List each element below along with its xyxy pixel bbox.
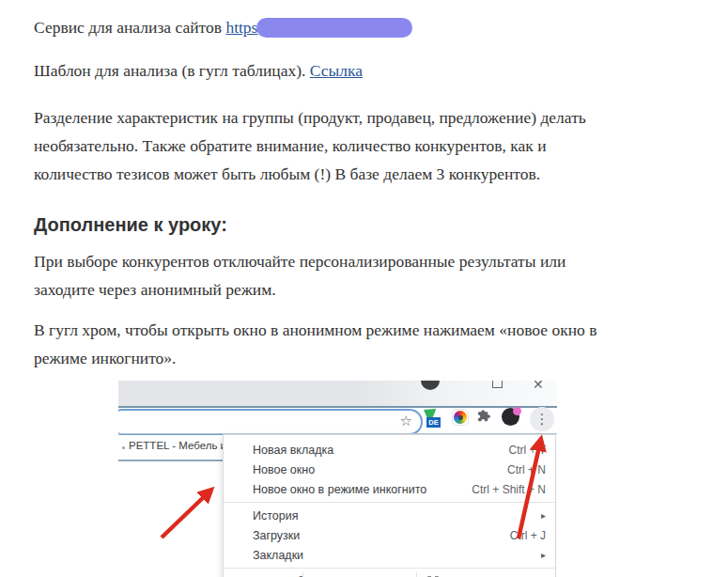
- toolbar-divider: [118, 406, 557, 408]
- chrome-dropdown-menu: Новая вкладка Ctrl + T Новое окно Ctrl +…: [223, 434, 556, 577]
- section-heading: Дополнение к уроку:: [34, 214, 227, 236]
- service-line: Сервис для анализа сайтов https: [34, 15, 412, 39]
- close-window-icon[interactable]: ✕: [533, 381, 544, 392]
- menu-item-shortcut: Ctrl + J: [510, 529, 546, 542]
- menu-item-label: Новое окно: [253, 463, 315, 476]
- paragraph-line: Разделение характеристик на группы (прод…: [34, 103, 586, 132]
- menu-item-new-tab[interactable]: Новая вкладка Ctrl + T: [224, 440, 555, 460]
- menu-separator: [224, 502, 555, 503]
- chrome-menu-button[interactable]: ⋮: [530, 407, 554, 431]
- service-url-link[interactable]: https: [225, 18, 257, 37]
- paragraph-line: количество тезисов может быть любым (!) …: [34, 160, 586, 188]
- menu-item-bookmarks[interactable]: Закладки ▸: [224, 545, 555, 565]
- colorwheel-center: [458, 415, 463, 420]
- redaction-pill: [256, 18, 412, 38]
- paragraph-line: режиме инкогнито».: [34, 344, 596, 372]
- browser-frame-strip: [118, 381, 557, 406]
- submenu-arrow-icon: ▸: [541, 510, 546, 521]
- menu-item-downloads[interactable]: Загрузки Ctrl + J: [224, 525, 555, 545]
- menu-item-shortcut: Ctrl + N: [507, 463, 546, 476]
- extensions-puzzle-icon[interactable]: [476, 409, 491, 428]
- menu-item-zoom: Масштаб − 100 % +: [224, 571, 555, 577]
- menu-item-label: Закладки: [253, 549, 303, 562]
- embedded-screenshot: ✕ ☆ DE ⋮ PETTEL - Мебель и..: [118, 381, 557, 577]
- menu-item-label: Загрузки: [253, 529, 300, 542]
- template-line-text: Шаблон для анализа (в гугл таблицах).: [34, 61, 310, 80]
- paragraph-line: В гугл хром, чтобы открыть окно в аноним…: [34, 316, 596, 344]
- template-link[interactable]: Ссылка: [310, 61, 363, 80]
- paragraph-line: необязательно. Также обратите внимание, …: [34, 132, 586, 160]
- menu-item-label: История: [253, 509, 298, 522]
- three-dots-icon: ⋮: [530, 407, 554, 431]
- submenu-arrow-icon: ▸: [541, 550, 546, 560]
- menu-item-new-window[interactable]: Новое окно Ctrl + N: [224, 460, 555, 479]
- service-line-text: Сервис для анализа сайтов: [34, 18, 225, 37]
- paragraph-incognito-advice: При выборе конкурентов отключайте персон…: [34, 247, 565, 304]
- de-badge: DE: [426, 417, 441, 428]
- paragraph-chrome-howto: В гугл хром, чтобы открыть окно в аноним…: [34, 316, 596, 372]
- menu-item-label: Новое окно в режиме инкогнито: [253, 483, 426, 496]
- menu-separator: [224, 568, 555, 569]
- address-bar[interactable]: ☆: [118, 409, 423, 435]
- menu-item-label: Новая вкладка: [253, 444, 333, 457]
- bookmarks-bar-border: [118, 460, 223, 461]
- menu-item-shortcut: Ctrl + T: [509, 444, 546, 457]
- extension-colorwheel-icon[interactable]: [453, 410, 468, 425]
- template-line: Шаблон для анализа (в гугл таблицах). Сс…: [34, 58, 363, 83]
- restore-window-icon[interactable]: [492, 381, 503, 388]
- bookmark-favicon-dot: [122, 446, 125, 449]
- paragraph-groups: Разделение характеристик на группы (прод…: [34, 103, 586, 188]
- menu-item-new-incognito-window[interactable]: Новое окно в режиме инкогнито Ctrl + Shi…: [224, 479, 555, 499]
- menu-item-shortcut: Ctrl + Shift + N: [472, 483, 546, 496]
- lesson-document-page: Сервис для анализа сайтов https Шаблон д…: [0, 0, 728, 577]
- profile-avatar[interactable]: [502, 408, 519, 426]
- avatar-status-badge: [513, 407, 521, 415]
- paragraph-line: заходите через анонимный режим.: [34, 275, 565, 304]
- extension-de-icon[interactable]: DE: [424, 409, 440, 423]
- bookmark-item[interactable]: PETTEL - Мебель и..: [129, 440, 232, 451]
- bookmark-star-icon[interactable]: ☆: [400, 413, 412, 429]
- paragraph-line: При выборе конкурентов отключайте персон…: [34, 247, 565, 275]
- menu-item-history[interactable]: История ▸: [224, 506, 555, 525]
